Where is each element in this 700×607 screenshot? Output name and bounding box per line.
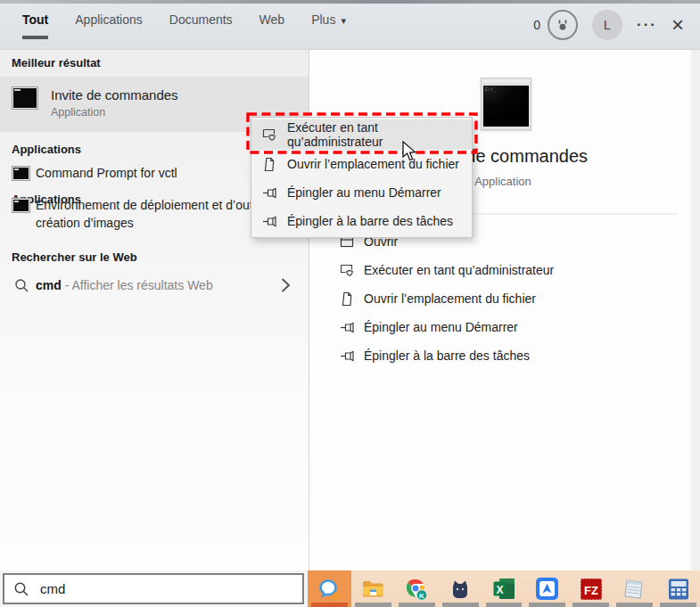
- web-search-header: Rechercher sur le Web: [0, 250, 309, 264]
- window-top-edge: [0, 0, 700, 4]
- windows-search-panel: Tout Applications Documents Web Plus▾ 0 …: [0, 0, 700, 607]
- avatar[interactable]: L: [592, 10, 622, 40]
- rewards-widget[interactable]: 0: [533, 10, 578, 40]
- search-input[interactable]: [40, 581, 281, 596]
- file-location-icon: [340, 291, 355, 307]
- running-indicator: [399, 603, 435, 607]
- cat-app-icon: [449, 578, 472, 601]
- svg-text:FZ: FZ: [584, 583, 598, 596]
- context-pin-to-taskbar[interactable]: Épingler à la barre des tâches: [251, 207, 472, 235]
- running-indicator: [529, 603, 565, 607]
- context-open-file-location[interactable]: Ouvrir l’emplacement du fichier: [251, 150, 472, 178]
- run-as-admin-icon: [340, 263, 355, 278]
- taskbar-filezilla[interactable]: FZ: [569, 570, 613, 607]
- action-open-file-location[interactable]: Ouvrir l’emplacement du fichier: [340, 284, 670, 313]
- running-indicator: [616, 603, 653, 607]
- taskbar-file-explorer[interactable]: [351, 570, 395, 607]
- running-indicator: [486, 603, 523, 607]
- close-icon[interactable]: ×: [671, 14, 684, 36]
- pin-icon: [262, 214, 277, 229]
- header-actions: 0 L ··· ×: [533, 7, 684, 43]
- action-pin-to-start[interactable]: Épingler au menu Démarrer: [340, 313, 670, 341]
- cmd-window-icon: [12, 166, 30, 181]
- search-icon: [14, 278, 29, 293]
- file-location-icon: [262, 157, 277, 172]
- taskbar-cat-app[interactable]: [439, 570, 482, 607]
- taskbar-chat-app[interactable]: [308, 570, 351, 607]
- pin-icon: [262, 185, 277, 201]
- pin-icon: [340, 349, 355, 364]
- rewards-medal-icon: [548, 10, 578, 40]
- svg-text:X: X: [496, 584, 503, 596]
- search-box[interactable]: [3, 573, 304, 604]
- tab-documents[interactable]: Documents: [169, 12, 233, 32]
- action-run-as-admin[interactable]: Exécuter en tant qu’administrateur: [340, 256, 670, 284]
- taskbar-chrome[interactable]: K: [395, 570, 439, 607]
- chat-app-icon: [317, 577, 342, 602]
- svg-text:K: K: [419, 592, 424, 600]
- best-match-subtitle: Application: [51, 106, 105, 119]
- running-indicator: [442, 603, 479, 607]
- best-match-title: Invite de commandes: [51, 87, 178, 103]
- context-run-as-admin[interactable]: Exécuter en tant qu’administrateur: [251, 119, 472, 150]
- cmd-window-icon: [12, 86, 38, 110]
- chevron-right-icon[interactable]: [280, 277, 291, 293]
- notepad-icon: [622, 577, 646, 601]
- running-indicator: [660, 603, 696, 607]
- context-pin-to-start[interactable]: Épingler au menu Démarrer: [251, 178, 472, 207]
- taskbar-calculator[interactable]: [656, 570, 700, 607]
- icon-screen: C:\_: [483, 86, 529, 127]
- taskbar-notepad[interactable]: [613, 570, 656, 607]
- more-menu-icon[interactable]: ···: [637, 16, 657, 34]
- tab-tout[interactable]: Tout: [22, 12, 48, 32]
- search-icon: [13, 581, 29, 597]
- cmd-window-icon: [12, 198, 30, 213]
- tab-web[interactable]: Web: [259, 12, 285, 32]
- tab-plus[interactable]: Plus▾: [311, 12, 346, 32]
- taskbar: K X FZ: [308, 570, 700, 607]
- context-menu: Exécuter en tant qu’administrateur Ouvri…: [251, 117, 473, 238]
- running-indicator: [572, 603, 609, 607]
- pin-icon: [340, 320, 355, 335]
- running-indicator: [311, 603, 348, 607]
- chrome-icon: K: [404, 577, 429, 602]
- rewards-count: 0: [533, 18, 540, 32]
- web-result-label: cmd - Afficher les résultats Web: [36, 278, 213, 292]
- action-pin-to-taskbar[interactable]: Épingler à la barre des tâches: [340, 341, 670, 370]
- calculator-icon: [667, 578, 690, 601]
- tab-applications[interactable]: Applications: [75, 12, 143, 32]
- taskbar-blue-app[interactable]: [525, 570, 569, 607]
- chevron-down-icon: ▾: [341, 15, 346, 26]
- filter-tabs: Tout Applications Documents Web Plus▾: [22, 12, 346, 32]
- search-header: Tout Applications Documents Web Plus▾ 0 …: [0, 0, 700, 50]
- icon-titlebar: [483, 80, 529, 85]
- run-as-admin-icon: [262, 127, 277, 143]
- filezilla-icon: FZ: [580, 578, 603, 601]
- excel-icon: X: [492, 577, 516, 601]
- taskbar-excel[interactable]: X: [482, 570, 526, 607]
- web-search-result[interactable]: cmd - Afficher les résultats Web: [0, 269, 309, 303]
- search-bar-area: [0, 570, 308, 607]
- best-match-header: Meilleur résultat: [0, 56, 309, 70]
- blue-app-icon: [535, 577, 559, 601]
- file-explorer-icon: [361, 577, 385, 601]
- scrollbar-track[interactable]: [691, 50, 700, 570]
- cmd-window-large-icon: C:\_: [481, 78, 531, 130]
- running-indicator: [355, 603, 391, 607]
